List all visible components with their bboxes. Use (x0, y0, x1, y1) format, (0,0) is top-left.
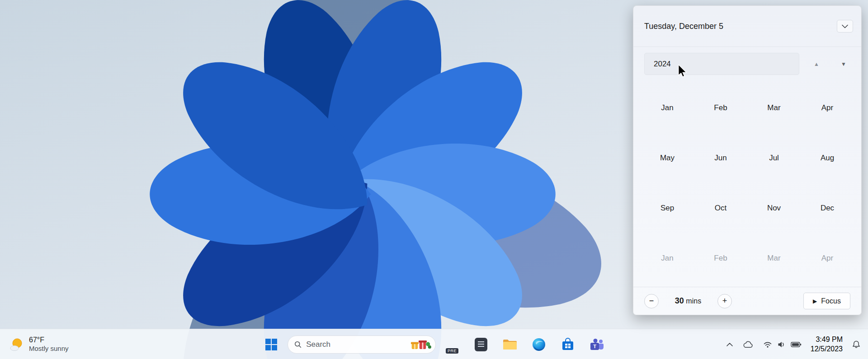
month-cell[interactable]: Jan (641, 83, 694, 133)
calendar-date-label: Tuesday, December 5 (644, 22, 723, 31)
holiday-gifts-icon (410, 338, 432, 351)
calendar-year-label: 2024 (654, 60, 671, 69)
microsoft-store-button[interactable] (555, 334, 580, 355)
battery-icon (791, 341, 802, 348)
preview-badge: PRE (446, 348, 458, 354)
bell-icon (852, 340, 861, 349)
calendar-header: Tuesday, December 5 (633, 6, 861, 47)
focus-start-button[interactable]: ▶ Focus (803, 293, 850, 309)
taskbar-center: PRE (259, 329, 609, 359)
chevron-down-icon (842, 24, 848, 28)
month-cell[interactable]: Jun (694, 133, 747, 183)
month-cell[interactable]: May (641, 133, 694, 183)
search-icon (294, 340, 302, 349)
month-cell[interactable]: Nov (747, 183, 801, 233)
file-explorer-button[interactable] (497, 334, 523, 355)
edge-icon (532, 338, 546, 351)
onedrive-button[interactable] (740, 335, 757, 354)
calendar-next-button[interactable]: ▼ (837, 57, 850, 71)
copilot-preview-app-button[interactable]: PRE (439, 334, 465, 355)
month-cell-next-year[interactable]: Mar (747, 233, 801, 283)
weather-temperature: 67°F (29, 336, 69, 345)
clock-date-button[interactable]: 3:49 PM 12/5/2023 (808, 335, 845, 354)
windows-logo-icon (265, 338, 278, 351)
mouse-cursor (677, 65, 689, 78)
focus-decrease-button[interactable]: − (644, 294, 659, 308)
weather-widget[interactable]: 67°F Mostly sunny (5, 329, 73, 359)
svg-text:T: T (593, 344, 596, 349)
focus-unit: mins (686, 297, 701, 305)
notepad-icon (475, 338, 487, 351)
teams-app-button[interactable]: T (584, 334, 609, 355)
calendar-year-button[interactable]: 2024 (644, 53, 799, 75)
file-explorer-icon (502, 338, 518, 351)
system-tray: 3:49 PM 12/5/2023 (722, 329, 864, 359)
cloud-icon (743, 341, 753, 348)
tray-date: 12/5/2023 (811, 345, 843, 354)
desktop: Tuesday, December 5 2024 ▲ ▼ Jan Feb Mar… (0, 0, 868, 359)
notification-center-button[interactable] (848, 335, 864, 354)
focus-increase-button[interactable]: + (717, 294, 732, 308)
month-cell[interactable]: Sep (641, 183, 694, 233)
month-cell-next-year[interactable]: Feb (694, 233, 747, 283)
calendar-collapse-button[interactable] (837, 20, 853, 33)
month-grid: Jan Feb Mar Apr May Jun Jul Aug Sep Oct … (641, 83, 854, 283)
weather-condition: Mostly sunny (29, 345, 69, 353)
focus-minutes: 30 (675, 296, 684, 305)
play-icon: ▶ (813, 298, 817, 304)
weather-text: 67°F Mostly sunny (29, 336, 69, 353)
taskbar-search-box[interactable] (288, 336, 436, 354)
month-cell[interactable]: Mar (747, 83, 801, 133)
hidden-icons-button[interactable] (722, 335, 737, 354)
month-cell[interactable]: Jul (747, 133, 801, 183)
focus-button-label: Focus (821, 297, 841, 305)
calendar-prev-button[interactable]: ▲ (810, 57, 823, 71)
weather-sun-icon (9, 337, 24, 352)
copilot-preview-icon: PRE (445, 337, 459, 352)
wifi-icon (763, 341, 772, 348)
network-volume-battery-button[interactable] (760, 335, 805, 354)
month-cell[interactable]: Aug (801, 133, 854, 183)
month-cell[interactable]: Oct (694, 183, 747, 233)
focus-duration: 30 mins (659, 296, 717, 306)
month-cell-next-year[interactable]: Jan (641, 233, 694, 283)
start-button[interactable] (259, 334, 284, 355)
teams-icon: T (590, 338, 604, 351)
month-cell[interactable]: Dec (801, 183, 854, 233)
calendar-year-row: 2024 ▲ ▼ (633, 53, 861, 75)
microsoft-store-icon (561, 338, 575, 351)
focus-session-bar: − 30 mins + ▶ Focus (633, 287, 861, 315)
month-cell-next-year[interactable]: Apr (801, 233, 854, 283)
chevron-up-icon (726, 342, 733, 347)
month-cell[interactable]: Feb (694, 83, 747, 133)
search-input[interactable] (306, 340, 406, 349)
taskbar: 67°F Mostly sunny (0, 329, 868, 359)
notepad-app-button[interactable] (468, 334, 494, 355)
volume-icon (778, 341, 785, 348)
calendar-flyout: Tuesday, December 5 2024 ▲ ▼ Jan Feb Mar… (633, 5, 862, 315)
edge-browser-button[interactable] (526, 334, 552, 355)
month-cell[interactable]: Apr (801, 83, 854, 133)
tray-time: 3:49 PM (811, 335, 843, 345)
